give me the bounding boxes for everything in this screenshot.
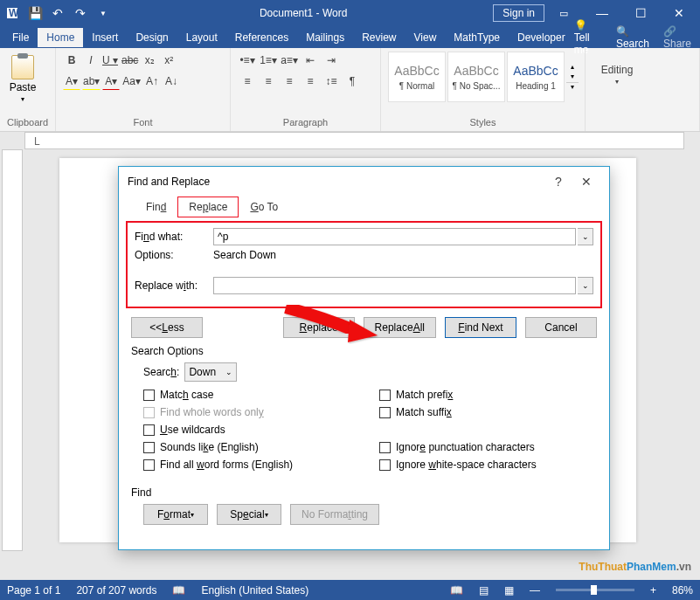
view-read-icon[interactable]: 📖	[450, 584, 463, 597]
editing-dropdown[interactable]: Editing ▾	[593, 52, 641, 86]
find-next-button[interactable]: Find Next	[445, 317, 516, 338]
save-icon[interactable]: 💾	[24, 3, 45, 24]
style-heading1[interactable]: AaBbCc Heading 1	[507, 52, 565, 102]
superscript-button[interactable]: x²	[160, 52, 177, 69]
tab-view[interactable]: View	[405, 28, 446, 47]
cancel-button[interactable]: Cancel	[525, 317, 597, 338]
tab-insert[interactable]: Insert	[83, 28, 127, 47]
highlight-button[interactable]: ab▾	[82, 72, 100, 90]
replace-with-input[interactable]	[213, 277, 576, 294]
increase-indent-button[interactable]: ⇥	[322, 52, 341, 69]
paste-button[interactable]: Paste ▾	[7, 52, 38, 103]
line-spacing-button[interactable]: ↕≡	[322, 72, 341, 90]
help-icon[interactable]: ?	[544, 172, 572, 191]
wildcards-checkbox[interactable]: Use wildcards	[143, 424, 379, 436]
share-button[interactable]: 🔗 Share	[663, 25, 691, 50]
find-what-dropdown-icon[interactable]: ⌄	[578, 228, 593, 245]
zoom-slider[interactable]	[556, 589, 634, 591]
close-dialog-icon[interactable]: ✕	[572, 172, 600, 191]
zoom-level[interactable]: 86%	[672, 584, 693, 597]
zoom-in-icon[interactable]: +	[650, 584, 656, 597]
tab-goto[interactable]: Go To	[239, 197, 289, 217]
view-print-icon[interactable]: ▤	[479, 584, 489, 597]
ignore-punct-checkbox[interactable]: Ignore punctuation characters	[379, 441, 537, 453]
word-forms-checkbox[interactable]: Find all word forms (English)	[143, 459, 379, 471]
align-center-button[interactable]: ≡	[259, 72, 278, 90]
italic-button[interactable]: I	[82, 52, 100, 69]
match-suffix-checkbox[interactable]: Match suffix	[379, 406, 537, 418]
strikethrough-button[interactable]: abc	[121, 52, 139, 69]
ruler-label: L	[34, 135, 40, 148]
tab-file[interactable]: File	[3, 28, 38, 47]
align-left-button[interactable]: ≡	[238, 72, 257, 90]
format-button[interactable]: Format ▾	[143, 504, 208, 525]
match-case-checkbox[interactable]: Match case	[143, 389, 379, 401]
find-section-label: Find	[131, 486, 597, 499]
justify-button[interactable]: ≡	[301, 72, 320, 90]
special-button[interactable]: Special ▾	[217, 504, 281, 525]
dialog-titlebar[interactable]: Find and Replace ? ✕	[119, 167, 609, 197]
show-marks-button[interactable]: ¶	[343, 72, 362, 90]
styles-gallery[interactable]: AaBbCc ¶ Normal AaBbCc ¶ No Spac... AaBb…	[388, 52, 579, 102]
form-area-highlight: Find what: ⌄ Options: Search Down Replac…	[126, 221, 602, 308]
style-normal[interactable]: AaBbCc ¶ Normal	[388, 52, 446, 102]
align-right-button[interactable]: ≡	[280, 72, 299, 90]
chevron-down-icon: ▾	[21, 95, 24, 103]
style-no-spacing[interactable]: AaBbCc ¶ No Spac...	[447, 52, 505, 102]
tab-find[interactable]: Find	[135, 197, 177, 217]
find-section: Find Format ▾ Special ▾ No Formatting	[119, 478, 609, 534]
bold-button[interactable]: B	[63, 52, 80, 69]
find-what-input[interactable]	[213, 228, 576, 245]
search-direction-select[interactable]: Down⌄	[184, 362, 237, 382]
replace-all-button[interactable]: Replace All	[364, 317, 436, 338]
font-color-button[interactable]: A▾	[102, 72, 120, 90]
watermark: ThuThuatPhanMem.vn	[579, 553, 691, 576]
group-clipboard-label: Clipboard	[7, 117, 48, 129]
page-indicator[interactable]: Page 1 of 1	[7, 584, 60, 597]
match-prefix-checkbox[interactable]: Match prefix	[379, 389, 537, 401]
word-app-icon[interactable]: W	[2, 3, 23, 24]
tab-home[interactable]: Home	[38, 28, 83, 47]
paste-label: Paste	[10, 81, 37, 93]
find-replace-dialog: Find and Replace ? ✕ Find Replace Go To …	[118, 166, 610, 550]
vertical-ruler[interactable]	[2, 149, 23, 551]
sign-in-button[interactable]: Sign in	[493, 4, 544, 22]
undo-icon[interactable]: ↶	[47, 3, 68, 24]
underline-button[interactable]: U ▾	[101, 52, 119, 69]
replace-with-dropdown-icon[interactable]: ⌄	[578, 277, 593, 294]
redo-icon[interactable]: ↷	[70, 3, 91, 24]
text-effects-button[interactable]: A▾	[63, 72, 80, 90]
tab-mailings[interactable]: Mailings	[297, 28, 353, 47]
grow-font-button[interactable]: A↑	[143, 72, 161, 90]
shrink-font-button[interactable]: A↓	[163, 72, 180, 90]
word-count[interactable]: 207 of 207 words	[76, 584, 156, 597]
language-indicator[interactable]: English (United States)	[201, 584, 308, 597]
decrease-indent-button[interactable]: ⇤	[301, 52, 320, 69]
spell-check-icon[interactable]: 📖	[172, 584, 185, 597]
ignore-white-checkbox[interactable]: Ignore white-space characters	[379, 459, 537, 471]
view-web-icon[interactable]: ▦	[504, 584, 514, 597]
dialog-title: Find and Replace	[128, 176, 544, 188]
bullets-button[interactable]: •≡▾	[238, 52, 257, 69]
tab-developer[interactable]: Developer	[509, 28, 574, 47]
zoom-out-icon[interactable]: —	[530, 584, 540, 597]
search[interactable]: 🔍 Search	[616, 25, 649, 50]
numbering-button[interactable]: 1≡▾	[259, 52, 278, 69]
tab-replace[interactable]: Replace	[177, 197, 239, 217]
multilevel-button[interactable]: a≡▾	[280, 52, 299, 69]
styles-more-button[interactable]: ▴ ▾ ▾	[566, 52, 579, 102]
less-button[interactable]: << Less	[131, 317, 203, 338]
tab-design[interactable]: Design	[127, 28, 177, 47]
qat-dropdown-icon[interactable]: ▼	[93, 3, 114, 24]
tab-layout[interactable]: Layout	[177, 28, 226, 47]
subscript-button[interactable]: x₂	[141, 52, 158, 69]
dialog-button-row: << Less Replace Replace All Find Next Ca…	[119, 312, 609, 343]
tab-mathtype[interactable]: MathType	[445, 28, 509, 47]
horizontal-ruler[interactable]: L	[24, 132, 684, 149]
sounds-like-checkbox[interactable]: Sounds like (English)	[143, 441, 379, 453]
search-direction-label: Search:	[143, 366, 179, 378]
replace-button[interactable]: Replace	[283, 317, 355, 338]
change-case-button[interactable]: Aa▾	[121, 72, 142, 90]
tab-review[interactable]: Review	[353, 28, 405, 47]
tab-references[interactable]: References	[226, 28, 297, 47]
